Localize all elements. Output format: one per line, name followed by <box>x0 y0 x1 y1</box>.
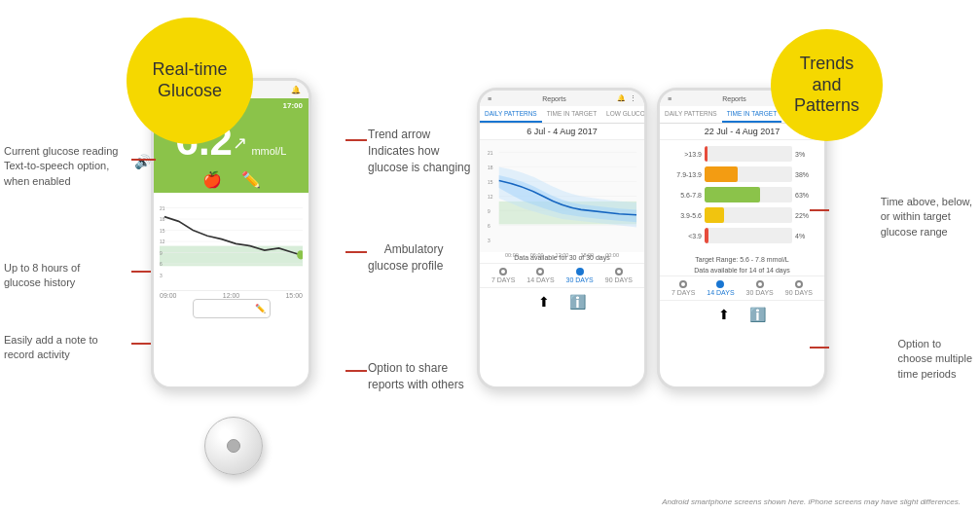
tab3-time-in-target[interactable]: TIME IN TARGET <box>722 106 781 123</box>
period-30-dot <box>576 268 584 275</box>
svg-text:9: 9 <box>160 249 163 255</box>
phone2-title: Reports <box>542 95 566 102</box>
period-30days[interactable]: 30 DAYS <box>566 268 594 283</box>
phone3-menu-icon[interactable]: ≡ <box>668 95 671 102</box>
svg-text:3: 3 <box>488 237 490 242</box>
phone2-more-icon[interactable]: ⋮ <box>630 94 636 102</box>
tab-daily-patterns[interactable]: DAILY PATTERNS <box>480 106 542 123</box>
phone1-glucose-chart: 21 18 15 12 9 6 3 09:00 12:00 15:00 <box>154 193 309 290</box>
annotation-trend-arrow: Trend arrow Indicates how glucose is cha… <box>368 127 470 175</box>
annotation-ambulatory: Ambulatory glucose profile <box>368 241 443 275</box>
period-90-dot <box>615 268 623 275</box>
phone2-statusbar: ≡ Reports 🔔 ⋮ <box>480 91 644 106</box>
annotation-periods: Option to choose multiple time periods <box>898 337 972 382</box>
bar-label-high1: 7.9-13.9 <box>668 171 702 178</box>
bar-container-low1 <box>705 207 792 223</box>
svg-text:21: 21 <box>488 149 493 155</box>
phone1-bell-icon: 🔔 <box>291 86 301 94</box>
redline-trend <box>345 139 367 141</box>
svg-text:3: 3 <box>160 272 163 277</box>
phone3-period-buttons: 7 DAYS 14 DAYS 30 DAYS 90 DAYS <box>660 275 824 300</box>
agp-chart: 21 18 15 12 9 6 3 00:00 06:00 1 <box>480 140 644 252</box>
bar-pct-high2: 3% <box>795 151 817 158</box>
bar-row-target: 5.6-7.8 63% <box>668 187 817 202</box>
bar-container-high2 <box>705 146 792 162</box>
svg-text:18: 18 <box>488 164 493 169</box>
phone2-action-buttons: ⬆ ℹ️ <box>480 287 644 315</box>
share-icon[interactable]: ⬆ <box>538 294 550 310</box>
bubble-realtime-glucose: Real-time Glucose <box>127 18 253 144</box>
phone3-action-buttons: ⬆ ℹ️ <box>660 300 824 328</box>
bar-label-low2: <3.9 <box>668 233 702 239</box>
note-edit-icon: ✏️ <box>255 304 266 313</box>
bar-container-high1 <box>705 166 792 182</box>
phone2-period-buttons: 7 DAYS 14 DAYS 30 DAYS 90 DAYS <box>480 263 644 287</box>
tab-time-in-target[interactable]: TIME IN TARGET <box>542 106 601 123</box>
info-icon[interactable]: ℹ️ <box>569 294 586 310</box>
annotation-note: Easily add a note to record activity <box>4 333 98 363</box>
bar-label-high2: >13.9 <box>668 151 702 158</box>
period3-7-dot <box>679 280 687 288</box>
svg-text:21: 21 <box>160 204 164 210</box>
bubble-trends-patterns: Trends and Patterns <box>771 29 883 141</box>
bar-fill-low2 <box>705 228 708 243</box>
phone2-bell-icon: 🔔 <box>617 94 626 102</box>
annotation-share: Option to share reports with others <box>368 360 464 393</box>
redline-time-above <box>810 209 829 211</box>
period3-90-dot <box>795 280 803 288</box>
bar-pct-low2: 4% <box>795 233 817 239</box>
svg-text:12: 12 <box>488 193 493 199</box>
bar-pct-high1: 38% <box>795 171 817 178</box>
redline-note <box>131 343 151 345</box>
bar-fill-low1 <box>705 207 724 223</box>
agp-x-axis: 00:00 06:00 12:00 18:00 00:00 <box>486 252 638 258</box>
bar-container-low2 <box>705 228 792 243</box>
phone2-menu-icon[interactable]: ≡ <box>488 95 491 102</box>
bar-fill-high1 <box>705 166 738 182</box>
annotation-history: Up to 8 hours of glucose history <box>4 261 80 291</box>
edit-icon[interactable]: ✏️ <box>241 170 261 189</box>
svg-text:9: 9 <box>488 207 490 213</box>
sensor-body <box>204 417 263 475</box>
period3-14-dot <box>716 280 724 288</box>
bar-pct-low1: 22% <box>795 212 817 219</box>
bar-fill-target <box>705 187 760 202</box>
bar-label-target: 5.6-7.8 <box>668 192 702 199</box>
period-90days[interactable]: 90 DAYS <box>605 268 633 283</box>
phone1-action-icons: 🍎 ✏️ <box>154 166 309 193</box>
chart-x-labels: 09:00 12:00 15:00 <box>160 292 303 299</box>
phone3-share-icon[interactable]: ⬆ <box>718 307 730 322</box>
bar-row-low1: 3.9-5.6 22% <box>668 207 817 223</box>
glucose-unit: mmol/L <box>251 145 286 157</box>
phone2-date-range: 6 Jul - 4 Aug 2017 <box>480 124 644 140</box>
redline-share <box>345 370 367 372</box>
svg-text:15: 15 <box>488 178 493 184</box>
period-14-dot <box>536 268 544 275</box>
phone-reports-agp: ≡ Reports 🔔 ⋮ DAILY PATTERNS TIME IN TAR… <box>477 88 647 389</box>
bar-row-low2: <3.9 4% <box>668 228 817 243</box>
bubble-trends-label: Trends and Patterns <box>794 54 859 117</box>
period-14days[interactable]: 14 DAYS <box>526 268 554 283</box>
phone2-tabs: DAILY PATTERNS TIME IN TARGET LOW GLUCOS… <box>480 106 644 124</box>
svg-text:6: 6 <box>488 222 490 228</box>
phone3-title: Reports <box>722 95 746 102</box>
redline-agp <box>345 251 367 253</box>
bar-pct-target: 63% <box>795 192 817 199</box>
period3-30-dot <box>756 280 764 288</box>
bar-row-high2: >13.9 3% <box>668 146 817 162</box>
food-icon[interactable]: 🍎 <box>202 170 222 189</box>
tab3-daily-patterns[interactable]: DAILY PATTERNS <box>660 106 722 123</box>
period3-90days[interactable]: 90 DAYS <box>785 280 813 296</box>
phone3-info-icon[interactable]: ℹ️ <box>749 307 766 322</box>
period-7days[interactable]: 7 DAYS <box>491 268 515 283</box>
period3-7days[interactable]: 7 DAYS <box>671 280 695 296</box>
period3-30days[interactable]: 30 DAYS <box>746 280 774 296</box>
period3-14days[interactable]: 14 DAYS <box>707 280 734 296</box>
bar-fill-high2 <box>705 146 708 162</box>
phone1-time: 17:00 <box>283 101 303 110</box>
phone3-target-range: Target Range: 5.6 - 7.8 mmol/L <box>660 254 824 265</box>
tab-low-glucose[interactable]: LOW GLUCOSE EV... <box>601 106 647 123</box>
trend-arrow-icon: ↗ <box>233 133 247 153</box>
sound-icon: 🔊 <box>134 154 151 169</box>
note-input[interactable]: ✏️ <box>193 299 271 318</box>
